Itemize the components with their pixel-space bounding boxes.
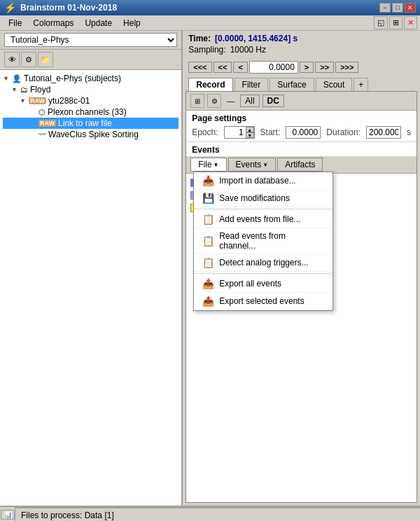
export-sel-icon: 📤: [202, 296, 214, 307]
duration-input[interactable]: [366, 126, 401, 139]
start-input[interactable]: [286, 126, 321, 139]
file-btn-label: File: [198, 160, 211, 169]
page-settings-title: Page settings: [192, 113, 411, 123]
dc-button[interactable]: DC: [262, 95, 284, 107]
toolbar-icon-1[interactable]: ◱: [374, 16, 388, 29]
tree-toolbar: 👁 ⚙ 📁: [0, 50, 181, 70]
nav-position-input[interactable]: [249, 61, 298, 74]
content-toolbar: ⊞ ⚙ — All DC: [186, 92, 416, 111]
epoch-label: Epoch:: [192, 127, 218, 137]
artifacts-dropdown-btn[interactable]: Artifacts: [277, 158, 323, 172]
folder-icon-btn[interactable]: 📁: [38, 52, 53, 67]
subject-selector: Tutorial_e-Phys: [0, 31, 181, 50]
menu-read-events-channel[interactable]: 📋 Read events from channel...: [194, 228, 332, 254]
separator-1: [194, 209, 332, 209]
events-dropdown-btn[interactable]: Events ▼: [228, 158, 276, 172]
start-label: Start:: [260, 127, 281, 137]
menu-update[interactable]: Update: [79, 17, 118, 29]
import-icon: 📥: [202, 175, 214, 186]
time-label: Time:: [188, 34, 211, 43]
floyd-label: Floyd: [30, 85, 50, 95]
toolbar-icon-2[interactable]: ⊞: [389, 16, 402, 29]
detect-label: Detect analog triggers...: [219, 258, 308, 268]
title-bar: ⚡ Brainstorm 01-Nov-2018 − □ ✕: [0, 0, 420, 15]
menu-export-selected[interactable]: 📤 Export selected events: [194, 293, 332, 310]
export-all-icon: 📤: [202, 278, 214, 289]
nav-first[interactable]: <<<: [188, 62, 211, 73]
title-text: Brainstorm 01-Nov-2018: [20, 3, 375, 13]
bottom-panel: Files to process: Data [1] RAW Link to r…: [15, 507, 420, 521]
menu-detect-triggers[interactable]: 📋 Detect analog triggers...: [194, 254, 332, 272]
settings-icon-btn[interactable]: ⚙: [21, 52, 36, 67]
nav-next2[interactable]: >>: [315, 62, 334, 73]
read-events-icon: 📋: [202, 235, 214, 246]
folder-icon-floyd: 🗂: [20, 85, 28, 94]
nav-next1[interactable]: >: [300, 62, 314, 73]
menu-help[interactable]: Help: [118, 17, 146, 29]
tab-surface[interactable]: Surface: [270, 78, 314, 91]
menu-export-all[interactable]: 📤 Export all events: [194, 275, 332, 293]
menu-file[interactable]: File: [3, 17, 27, 29]
epoch-up[interactable]: ▲: [246, 127, 254, 132]
window-controls: − □ ✕: [379, 3, 416, 13]
tree-item-plexon[interactable]: ⬡ Plexon channels (33): [3, 106, 178, 118]
file-dropdown-btn[interactable]: File ▼: [190, 158, 226, 172]
read-events-label: Read events from channel...: [219, 231, 324, 251]
plexon-label: Plexon channels (33): [48, 107, 127, 117]
strip-icon-1[interactable]: 📊: [1, 510, 15, 520]
left-icon-strip: 📊 📈 ⚙ 🔧 📉 RUN: [0, 507, 15, 521]
time-value: [0.0000, 1415.4624] s: [215, 34, 298, 43]
nav-prev1[interactable]: <: [233, 62, 247, 73]
tree-item-ytu[interactable]: ▼ RAW ytu288c-01: [3, 95, 178, 106]
menu-import-db[interactable]: 📥 Import in database...: [194, 172, 332, 190]
toolbar-gear-btn[interactable]: ⚙: [207, 94, 221, 108]
waveclus-label: WaveClus Spike Sorting: [48, 130, 139, 139]
raw-badge-ytu: RAW: [29, 97, 46, 104]
save-label: Save modifications: [219, 193, 290, 203]
separator-dash: —: [224, 97, 237, 105]
tree-arrow-ytu: ▼: [20, 97, 27, 104]
time-bar: Time: [0.0000, 1415.4624] s Sampling: 10…: [183, 31, 420, 59]
tree-item-link-raw[interactable]: RAW Link to raw file: [3, 118, 178, 129]
nav-prev2[interactable]: <<: [214, 62, 232, 73]
add-events-label: Add events from file...: [219, 214, 300, 224]
toolbar-icon-3[interactable]: ✕: [404, 16, 417, 29]
app-icon: ⚡: [4, 2, 16, 13]
epoch-input[interactable]: [225, 127, 246, 138]
subject-label: Tutorial_e-Phys (subjects): [24, 74, 121, 83]
tab-record[interactable]: Record: [188, 78, 232, 91]
nav-last[interactable]: >>>: [335, 62, 358, 73]
export-sel-label: Export selected events: [219, 296, 304, 306]
epoch-down[interactable]: ▼: [246, 132, 254, 138]
close-button[interactable]: ✕: [405, 3, 416, 13]
duration-label: Duration:: [326, 127, 360, 137]
left-panel: Tutorial_e-Phys 👁 ⚙ 📁 ▼ 👤 Tutorial_e-Phy…: [0, 31, 183, 506]
minimize-button[interactable]: −: [379, 3, 391, 13]
duration-unit: s: [407, 127, 411, 137]
tab-scout[interactable]: Scout: [316, 78, 353, 91]
view-icon-btn[interactable]: 👁: [4, 52, 20, 67]
subject-dropdown[interactable]: Tutorial_e-Phys: [4, 33, 177, 47]
tree-item-floyd[interactable]: ▼ 🗂 Floyd: [3, 84, 178, 95]
channels-icon: ⬡: [38, 108, 46, 117]
tree-arrow: ▼: [3, 75, 10, 82]
add-events-icon: 📋: [202, 214, 214, 225]
events-toolbar: File ▼ 📥 Import in database... 💾 Sav: [186, 156, 416, 174]
tab-filter[interactable]: Filter: [234, 78, 269, 91]
page-settings: Page settings Epoch: ▲ ▼ Start: Duration…: [186, 111, 416, 142]
all-button[interactable]: All: [240, 95, 259, 107]
tree-arrow-floyd: ▼: [11, 86, 18, 93]
tree-item-subjects[interactable]: ▼ 👤 Tutorial_e-Phys (subjects): [3, 73, 178, 84]
menu-save-modifications[interactable]: 💾 Save modifications: [194, 190, 332, 207]
export-all-label: Export all events: [219, 279, 281, 289]
toolbar-eye-btn[interactable]: ⊞: [190, 94, 204, 108]
menu-add-events-file[interactable]: 📋 Add events from file...: [194, 211, 332, 228]
bottom-section: 📊 📈 ⚙ 🔧 📉 RUN Files to process: Data [1]…: [0, 506, 420, 521]
maximize-button[interactable]: □: [392, 3, 403, 13]
tree-item-waveclus[interactable]: 〰 WaveClus Spike Sorting: [3, 129, 178, 140]
import-label: Import in database...: [219, 176, 295, 186]
sampling-value: 10000 Hz: [230, 45, 266, 55]
tab-plus[interactable]: +: [354, 78, 368, 91]
menu-colormaps[interactable]: Colormaps: [27, 17, 79, 29]
events-btn-label: Events: [236, 160, 262, 169]
